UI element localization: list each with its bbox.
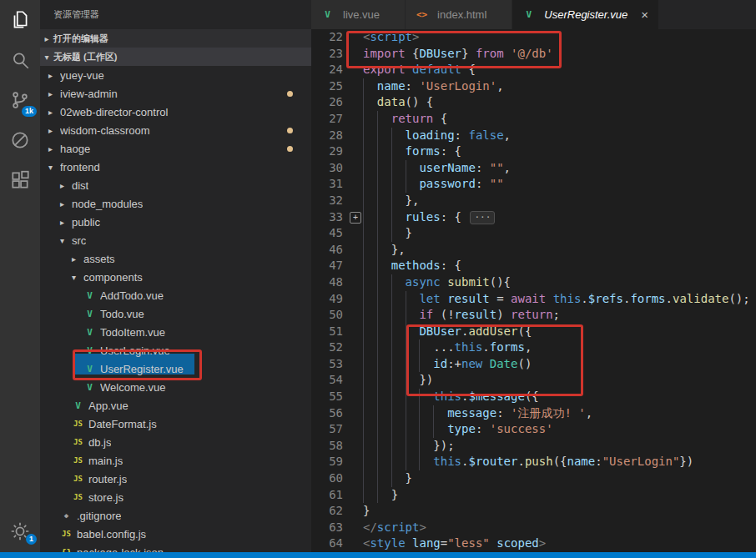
line-number: 47 — [311, 258, 343, 274]
folder-node_modules[interactable]: ▸node_modules — [40, 194, 311, 213]
file-DateFormat.js[interactable]: JSDateFormat.js — [40, 415, 311, 433]
line-number: 51 — [311, 324, 343, 340]
source-control-icon[interactable]: 1k — [0, 80, 40, 120]
chevron-right-icon: ▸ — [60, 218, 72, 227]
folder-02web-director-control[interactable]: ▸02web-director-control — [40, 103, 311, 121]
line-number: 26 — [311, 94, 343, 111]
folder-public[interactable]: ▸public — [40, 213, 311, 231]
settings-gear-icon[interactable]: 1 — [0, 515, 40, 548]
folder-components[interactable]: ▾components — [40, 268, 311, 286]
indent-guide — [363, 176, 377, 193]
indent-guide — [391, 291, 406, 308]
code-line-47[interactable]: 47methods: { — [311, 258, 756, 274]
code-line-45[interactable]: 45} — [311, 225, 756, 242]
code-line-52[interactable]: 52...this.forms, — [311, 339, 756, 356]
indent-guide — [377, 405, 391, 422]
indent-guide — [406, 356, 420, 373]
indent-guide — [377, 291, 391, 308]
code-line-49[interactable]: 49let result = await this.$refs.forms.va… — [311, 291, 756, 308]
fold-expand-icon[interactable]: + — [350, 212, 361, 224]
code-line-50[interactable]: 50if (!result) return; — [311, 307, 756, 324]
code-line-60[interactable]: 60} — [311, 470, 756, 487]
code-line-55[interactable]: 55this.$message({ — [311, 389, 756, 405]
code-line-51[interactable]: 51DBUser.addUser({ — [311, 324, 756, 340]
file-TodoItem.vue[interactable]: VTodoItem.vue — [40, 323, 311, 341]
code-line-23[interactable]: 23import {DBUser} from '@/db' — [311, 46, 756, 63]
file-main.js[interactable]: JSmain.js — [40, 451, 311, 470]
code-line-46[interactable]: 46}, — [311, 242, 756, 259]
code-line-58[interactable]: 58}); — [311, 438, 756, 455]
status-bar — [0, 552, 756, 558]
section-workspace[interactable]: ▾ 无标题 (工作区) — [40, 48, 311, 66]
code-line-24[interactable]: 24export default { — [311, 62, 756, 78]
folder-assets[interactable]: ▸assets — [40, 249, 311, 268]
code-line-48[interactable]: 48async submit(){ — [311, 274, 756, 291]
code-line-57[interactable]: 57type: 'success' — [311, 421, 756, 438]
tab-index.html[interactable]: <>index.html — [406, 0, 512, 29]
circle-slash-icon[interactable] — [0, 120, 40, 160]
tab-UserRegister.vue[interactable]: VUserRegister.vue× — [512, 0, 659, 29]
tab-bar: Vlive.vue<>index.htmlVUserRegister.vue× — [311, 0, 756, 29]
folder-src[interactable]: ▾src — [40, 231, 311, 249]
file-UserRegister.vue[interactable]: VUserRegister.vue — [40, 359, 311, 378]
indent-guide — [377, 160, 391, 177]
code-line-53[interactable]: 53id:+new Date() — [311, 356, 756, 373]
file-db.js[interactable]: JSdb.js — [40, 433, 311, 451]
code-area[interactable]: 22<script>23import {DBUser} from '@/db'2… — [311, 29, 756, 552]
explorer-icon[interactable] — [0, 0, 40, 40]
file-App.vue[interactable]: VApp.vue — [40, 396, 311, 415]
file-Todo.vue[interactable]: VTodo.vue — [40, 304, 311, 323]
tab-live.vue[interactable]: Vlive.vue — [311, 0, 406, 29]
code-line-62[interactable]: 62} — [311, 503, 756, 520]
file-babel.config.js[interactable]: JSbabel.config.js — [40, 525, 311, 543]
code-text: </script> — [363, 520, 426, 534]
indent-guide — [406, 291, 420, 308]
code-line-25[interactable]: 25name: 'UserLogin', — [311, 78, 756, 95]
folder-wisdom-classroom[interactable]: ▸wisdom-classroom — [40, 121, 311, 139]
indent-guide — [391, 128, 406, 144]
code-line-28[interactable]: 28loading: false, — [311, 128, 756, 144]
file-AddTodo.vue[interactable]: VAddTodo.vue — [40, 286, 311, 304]
code-text: forms: { — [363, 144, 461, 158]
code-line-26[interactable]: 26data() { — [311, 94, 756, 111]
close-icon[interactable]: × — [641, 8, 648, 22]
file-store.js[interactable]: JSstore.js — [40, 488, 311, 506]
file-router.js[interactable]: JSrouter.js — [40, 470, 311, 488]
folder-frontend[interactable]: ▾frontend — [40, 158, 311, 176]
item-label: wisdom-classroom — [60, 124, 150, 137]
folder-dist[interactable]: ▸dist — [40, 176, 311, 194]
code-line-61[interactable]: 61} — [311, 487, 756, 504]
code-line-31[interactable]: 31password: "" — [311, 176, 756, 193]
file-UserLogin.vue[interactable]: VUserLogin.vue — [40, 341, 311, 359]
indent-guide — [419, 389, 433, 405]
file-Welcome.vue[interactable]: VWelcome.vue — [40, 378, 311, 396]
code-line-27[interactable]: 27return { — [311, 111, 756, 128]
section-label: 打开的编辑器 — [53, 33, 108, 45]
code-line-29[interactable]: 29forms: { — [311, 143, 756, 160]
folder-iview-admin[interactable]: ▸iview-admin — [40, 84, 311, 103]
search-icon[interactable] — [0, 40, 40, 80]
code-line-33[interactable]: 33+rules: { ··· — [311, 209, 756, 226]
code-line-30[interactable]: 30userName: "", — [311, 160, 756, 177]
folder-yuey-vue[interactable]: ▸yuey-vue — [40, 66, 311, 84]
line-number: 49 — [311, 291, 343, 308]
item-label: DateFormat.js — [88, 418, 157, 430]
folder-haoge[interactable]: ▸haoge — [40, 139, 311, 158]
code-line-32[interactable]: 32}, — [311, 193, 756, 209]
code-line-22[interactable]: 22<script> — [311, 29, 756, 46]
indent-guide — [406, 405, 420, 422]
indent-guide — [406, 324, 420, 340]
indent-guide — [419, 339, 433, 356]
code-line-59[interactable]: 59this.$router.push({name:"UserLogin"}) — [311, 454, 756, 470]
vue-icon: V — [83, 309, 96, 319]
indent-guide — [419, 405, 433, 422]
code-line-63[interactable]: 63</script> — [311, 520, 756, 536]
code-line-56[interactable]: 56message: '注册成功! ', — [311, 405, 756, 422]
code-line-54[interactable]: 54}) — [311, 372, 756, 389]
indent-guide — [406, 454, 420, 470]
extensions-icon[interactable] — [0, 160, 40, 200]
code-line-64[interactable]: 64<style lang="less" scoped> — [311, 535, 756, 552]
section-open-editors[interactable]: ▸ 打开的编辑器 — [40, 29, 311, 48]
explorer-sidebar: 资源管理器 ▸ 打开的编辑器 ▾ 无标题 (工作区) ▸yuey-vue▸ivi… — [40, 0, 311, 558]
file-.gitignore[interactable]: ◆.gitignore — [40, 506, 311, 525]
